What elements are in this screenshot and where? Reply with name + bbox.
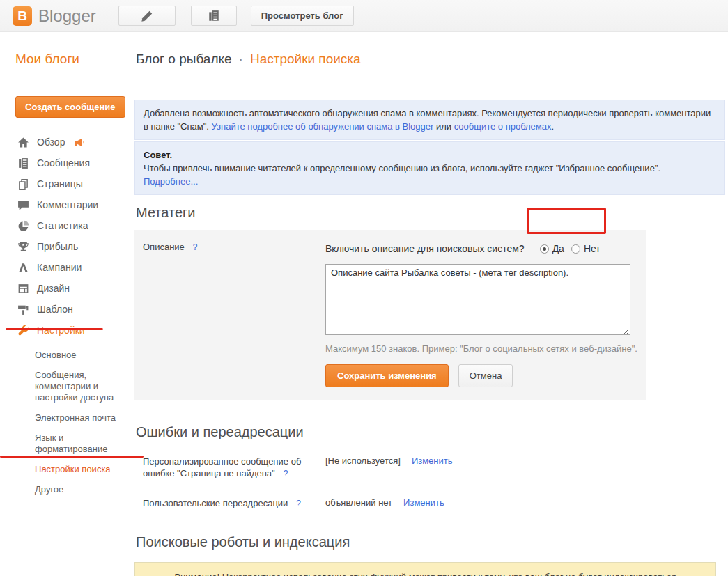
blogger-settings-page: B Blogger Просмотреть блог Мои блоги Бло…: [0, 0, 728, 576]
earnings-trophy-icon: [17, 241, 29, 253]
description-label: Описание: [143, 242, 185, 252]
help-question-icon[interactable]: ?: [296, 499, 301, 508]
breadcrumb-blog-name[interactable]: Блог о рыбалке: [136, 52, 232, 66]
description-textarea[interactable]: Описание сайта Рыбалка советы - (мета те…: [325, 264, 630, 335]
custom-redirects-edit-link[interactable]: Изменить: [403, 497, 444, 508]
tip-text: Чтобы привлечь внимание читателей к опре…: [144, 163, 660, 173]
custom-404-value: [Не используется]: [325, 456, 401, 466]
radio-no[interactable]: [571, 244, 580, 254]
sidebar-item-label: Настройки: [37, 325, 85, 336]
comments-icon: [17, 199, 29, 211]
subnav-item-posts-comments-access[interactable]: Сообщения, комментарии и настройки досту…: [35, 370, 124, 403]
sidebar-item-label: Комментарии: [37, 199, 98, 210]
new-post-button[interactable]: [118, 6, 176, 26]
sidebar-item-label: Кампании: [37, 262, 82, 273]
subnav-item-email[interactable]: Электронная почта: [35, 412, 124, 423]
sidebar-item-stats[interactable]: Статистика: [0, 215, 134, 236]
design-layout-icon: [17, 283, 29, 295]
subnav-item-basic[interactable]: Основное: [35, 350, 124, 361]
tip-notice: Совет. Чтобы привлечь внимание читателей…: [134, 141, 725, 195]
help-question-icon[interactable]: ?: [193, 242, 198, 252]
custom-redirects-row: Пользовательские переадресации? объявлен…: [143, 497, 725, 510]
blogger-logo-text: Blogger: [38, 6, 96, 26]
sidebar-item-pages[interactable]: Страницы: [0, 173, 134, 194]
home-icon: [17, 137, 29, 148]
sidebar-item-label: Сообщения: [37, 157, 90, 169]
description-help-text: Максимум 150 знаков. Пример: "Блог о соц…: [325, 343, 646, 354]
doc-list-icon: [208, 10, 220, 22]
errors-redirects-heading: Ошибки и переадресации: [136, 424, 725, 440]
campaigns-icon: [17, 262, 29, 274]
breadcrumb: Блог о рыбалке·Настройки поиска: [136, 52, 361, 67]
subnav-item-language-formatting[interactable]: Язык и форматирование: [35, 433, 124, 455]
breadcrumb-separator: ·: [239, 52, 243, 66]
sidebar-item-template[interactable]: Шаблон: [0, 299, 134, 320]
custom-redirects-label: Пользовательские переадресации?: [143, 497, 325, 510]
blogger-logo-icon[interactable]: B: [13, 6, 32, 26]
sidebar-item-label: Шаблон: [37, 304, 73, 315]
top-header: B Blogger Просмотреть блог: [0, 0, 728, 32]
yes-no-radio-group: Да Нет: [540, 243, 607, 254]
pages-icon: [17, 178, 29, 190]
create-post-button[interactable]: Создать сообщение: [15, 96, 125, 118]
stats-icon: [17, 220, 29, 232]
subnav-item-search-preferences[interactable]: Настройки поиска: [35, 464, 124, 475]
sidebar-item-posts[interactable]: Сообщения: [0, 153, 134, 173]
content-area: Добавлена возможность автоматического об…: [134, 86, 728, 576]
custom-404-label-text: Персонализированное сообщение об ошибке …: [143, 456, 301, 478]
custom-redirects-value: объявлений нет: [325, 497, 392, 508]
enable-description-question: Включить описание для поисковых систем?: [325, 243, 525, 254]
settings-subnav: Основное Сообщения, комментарии и настро…: [0, 350, 134, 495]
sidebar-item-label: Дизайн: [37, 283, 70, 294]
description-label-col: Описание?: [143, 240, 325, 387]
posts-icon: [17, 157, 29, 169]
sidebar-item-settings[interactable]: Настройки: [0, 320, 134, 341]
post-list-button[interactable]: [191, 6, 237, 26]
my-blogs-link[interactable]: Мои блоги: [15, 52, 79, 67]
megaphone-icon[interactable]: [75, 138, 86, 147]
sidebar: Создать сообщение Обзор Сообщения: [0, 86, 134, 504]
sidebar-item-campaigns[interactable]: Кампании: [0, 257, 134, 278]
report-problems-link[interactable]: сообщите о проблемах: [454, 121, 552, 132]
enable-description-row: Включить описание для поисковых систем? …: [325, 240, 646, 257]
cancel-button[interactable]: Отмена: [458, 364, 513, 387]
settings-wrench-icon: [17, 325, 29, 336]
sidebar-item-label: Страницы: [37, 178, 83, 189]
sidebar-item-overview[interactable]: Обзор: [0, 132, 134, 153]
template-roller-icon: [17, 304, 29, 316]
subnav-item-other[interactable]: Другое: [35, 484, 124, 495]
sidebar-nav: Обзор Сообщения Страницы: [0, 132, 134, 495]
section-divider: [134, 414, 725, 414]
sidebar-item-earnings[interactable]: Прибыль: [0, 236, 134, 257]
save-changes-button[interactable]: Сохранить изменения: [325, 364, 449, 387]
custom-404-edit-link[interactable]: Изменить: [412, 456, 453, 466]
breadcrumb-row: Мои блоги Блог о рыбалке·Настройки поиск…: [0, 32, 728, 86]
section-divider: [134, 524, 725, 524]
sidebar-item-design[interactable]: Дизайн: [0, 278, 134, 299]
help-question-icon[interactable]: ?: [284, 469, 288, 478]
tip-title: Совет.: [144, 150, 172, 160]
custom-redirects-label-text: Пользовательские переадресации: [143, 498, 288, 508]
crawlers-indexing-heading: Поисковые роботы и индексация: [136, 534, 725, 550]
metatags-heading: Метатеги: [136, 205, 725, 221]
spam-notice-after: .: [552, 121, 555, 132]
radio-no-label[interactable]: Нет: [584, 243, 601, 254]
spam-notice: Добавлена возможность автоматического об…: [134, 100, 725, 140]
spam-notice-middle: или: [433, 121, 454, 132]
radio-yes[interactable]: [540, 244, 549, 254]
sidebar-item-label: Прибыль: [37, 241, 78, 252]
breadcrumb-current-page: Настройки поиска: [250, 52, 361, 66]
custom-404-row: Персонализированное сообщение об ошибке …: [143, 456, 725, 480]
pencil-icon: [141, 10, 153, 22]
sidebar-item-label: Статистика: [37, 220, 88, 231]
view-blog-button[interactable]: Просмотреть блог: [251, 6, 354, 26]
tip-more-link[interactable]: Подробнее...: [144, 176, 198, 187]
sidebar-item-comments[interactable]: Комментарии: [0, 194, 134, 215]
custom-404-label: Персонализированное сообщение об ошибке …: [143, 456, 325, 480]
indexing-warning-box: Внимание! Некорректное использование эти…: [134, 562, 716, 576]
sidebar-item-label: Обзор: [37, 137, 65, 148]
radio-yes-label[interactable]: Да: [552, 243, 564, 254]
spam-learn-more-link[interactable]: Узнайте подробнее об обнаружении спама в…: [212, 121, 434, 132]
description-form: Описание? Включить описание для поисковы…: [134, 230, 646, 400]
